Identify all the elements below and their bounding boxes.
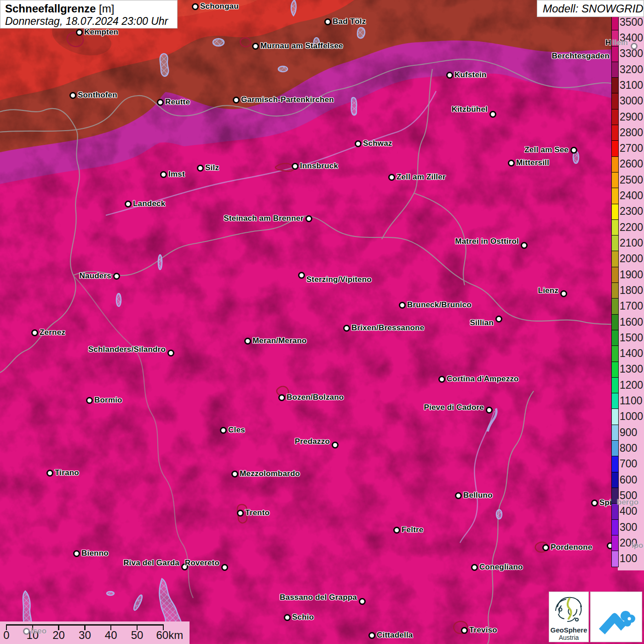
fragment-dot bbox=[631, 43, 638, 50]
fragment-label: bergo bbox=[617, 498, 638, 507]
weather-map-page: SchongauBad TölzKemptenMurnau am Staffel… bbox=[0, 0, 644, 644]
fragment-label: Iseo bbox=[31, 627, 46, 636]
fragment-layer: HlleinbergoipoIseo bbox=[0, 0, 644, 644]
fragment-label: ipo bbox=[632, 541, 644, 550]
fragment-label: llein bbox=[612, 38, 628, 47]
fragment-dot bbox=[23, 628, 30, 635]
fragment-label: H bbox=[605, 38, 611, 47]
